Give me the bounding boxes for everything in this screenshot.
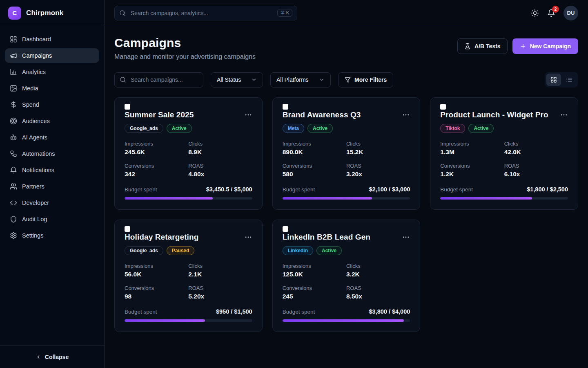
image-icon: [10, 85, 17, 92]
card-menu-button[interactable]: [560, 111, 568, 119]
campaign-name: Brand Awareness Q3: [283, 110, 361, 119]
card-menu-button[interactable]: [402, 233, 410, 241]
sidebar-item-label: Settings: [22, 232, 43, 239]
card-menu-button[interactable]: [244, 111, 252, 119]
sidebar-item-partners[interactable]: Partners: [5, 179, 99, 194]
platform-badge: Google_ads: [125, 124, 163, 133]
sidebar-item-notifications[interactable]: Notifications: [5, 163, 99, 177]
ab-tests-button[interactable]: A/B Tests: [457, 38, 508, 54]
card-menu-button[interactable]: [244, 233, 252, 241]
global-search-input[interactable]: [130, 9, 273, 17]
grid-view-icon: [550, 76, 557, 83]
filter-toolbar: All Status All Platforms More Filters: [114, 72, 578, 88]
avatar[interactable]: DU: [564, 6, 578, 20]
notifications-button[interactable]: 2: [547, 9, 555, 17]
stat-value: 1.2K: [440, 171, 504, 178]
campaign-checkbox[interactable]: [125, 104, 130, 110]
budget-label: Budget spent: [283, 186, 315, 193]
campaign-search-input[interactable]: [130, 76, 198, 83]
platform-badge: Tiktok: [440, 124, 465, 133]
sidebar-item-label: Spend: [22, 101, 39, 108]
stat-impressions: Impressions56.0K: [125, 263, 188, 278]
campaign-checkbox[interactable]: [125, 226, 130, 232]
stat-clicks: Clicks8.9K: [188, 141, 252, 156]
brand-header: C Chirpmonk: [0, 0, 104, 26]
campaign-checkbox[interactable]: [283, 104, 288, 110]
campaign-name: Holiday Retargeting: [125, 233, 198, 242]
global-search[interactable]: ⌘ K: [114, 6, 297, 20]
stat-label: ROAS: [188, 163, 252, 169]
avatar-initials: DU: [567, 10, 575, 16]
more-filters-button[interactable]: More Filters: [338, 72, 393, 88]
platform-filter-select[interactable]: All Platforms: [270, 72, 331, 88]
stat-value: 3.20x: [346, 171, 410, 178]
app-shell: C Chirpmonk Dashboard Campaigns Analytic…: [0, 0, 588, 368]
search-icon: [119, 10, 126, 16]
stat-label: Conversions: [283, 285, 346, 291]
status-filter-value: All Status: [217, 76, 241, 83]
budget-value: $950 / $1,500: [216, 308, 252, 315]
stat-label: ROAS: [188, 285, 252, 291]
status-badge: Active: [307, 124, 333, 133]
stat-label: Clicks: [346, 141, 410, 147]
bell-icon: [10, 166, 17, 174]
sidebar-nav: Dashboard Campaigns Analytics Media Spen…: [0, 26, 104, 345]
budget-label: Budget spent: [125, 309, 157, 315]
sun-icon: [531, 9, 539, 17]
card-menu-button[interactable]: [402, 111, 410, 119]
topbar: ⌘ K 2 DU: [105, 0, 588, 26]
dollar-icon: [10, 101, 17, 108]
stat-label: Clicks: [188, 263, 252, 269]
sidebar-item-label: Automations: [22, 150, 55, 157]
workflow-icon: [10, 150, 17, 157]
sidebar-item-label: Developer: [22, 200, 49, 206]
stat-roas: ROAS3.20x: [346, 163, 410, 178]
sidebar-item-audit-log[interactable]: Audit Log: [5, 212, 99, 227]
view-toggle: [545, 72, 578, 88]
ab-tests-label: A/B Tests: [474, 43, 501, 49]
campaign-card: Product Launch - Widget Pro Tiktok Activ…: [430, 97, 578, 210]
grid-view-button[interactable]: [546, 74, 561, 86]
sidebar-item-label: AI Agents: [22, 134, 47, 141]
sidebar-item-automations[interactable]: Automations: [5, 146, 99, 161]
sidebar-collapse-button[interactable]: Collapse: [0, 345, 104, 368]
stat-impressions: Impressions125.0K: [283, 263, 346, 278]
sidebar-item-campaigns[interactable]: Campaigns: [5, 48, 99, 63]
stat-impressions: Impressions245.6K: [125, 141, 188, 156]
sidebar-item-dashboard[interactable]: Dashboard: [5, 32, 99, 47]
sidebar-item-spend[interactable]: Spend: [5, 97, 99, 112]
campaign-card: LinkedIn B2B Lead Gen Linkedin Active Im…: [272, 220, 421, 332]
sidebar-item-media[interactable]: Media: [5, 81, 99, 96]
campaign-checkbox[interactable]: [283, 226, 288, 232]
stat-value: 4.80x: [188, 171, 252, 178]
list-view-button[interactable]: [562, 74, 577, 86]
budget-progress-fill: [440, 197, 532, 200]
stat-value: 125.0K: [283, 271, 346, 278]
sidebar-item-label: Audiences: [22, 118, 50, 124]
stat-value: 580: [283, 171, 346, 178]
sidebar-item-developer[interactable]: Developer: [5, 195, 99, 210]
sidebar-item-settings[interactable]: Settings: [5, 228, 99, 243]
target-icon: [10, 117, 17, 125]
brand-logo: C: [8, 7, 21, 20]
stat-value: 245: [283, 293, 346, 300]
bot-icon: [10, 134, 17, 141]
campaign-search[interactable]: [114, 72, 203, 88]
new-campaign-button[interactable]: New Campaign: [512, 38, 578, 54]
stat-impressions: Impressions890.0K: [283, 141, 346, 156]
stat-label: Conversions: [125, 163, 188, 169]
shield-icon: [10, 215, 17, 223]
stat-roas: ROAS4.80x: [188, 163, 252, 178]
chevron-left-icon: [36, 354, 41, 360]
sidebar-item-audiences[interactable]: Audiences: [5, 114, 99, 128]
sidebar-item-analytics[interactable]: Analytics: [5, 65, 99, 79]
stat-label: Impressions: [125, 141, 188, 147]
status-filter-select[interactable]: All Status: [211, 72, 263, 88]
sidebar-item-ai-agents[interactable]: AI Agents: [5, 130, 99, 145]
campaign-checkbox[interactable]: [440, 104, 446, 110]
stat-label: ROAS: [346, 163, 410, 169]
campaign-name: Summer Sale 2025: [125, 110, 194, 119]
brand-name: Chirpmonk: [26, 9, 64, 17]
ellipsis-icon: [560, 111, 568, 119]
theme-toggle-button[interactable]: [531, 9, 539, 17]
